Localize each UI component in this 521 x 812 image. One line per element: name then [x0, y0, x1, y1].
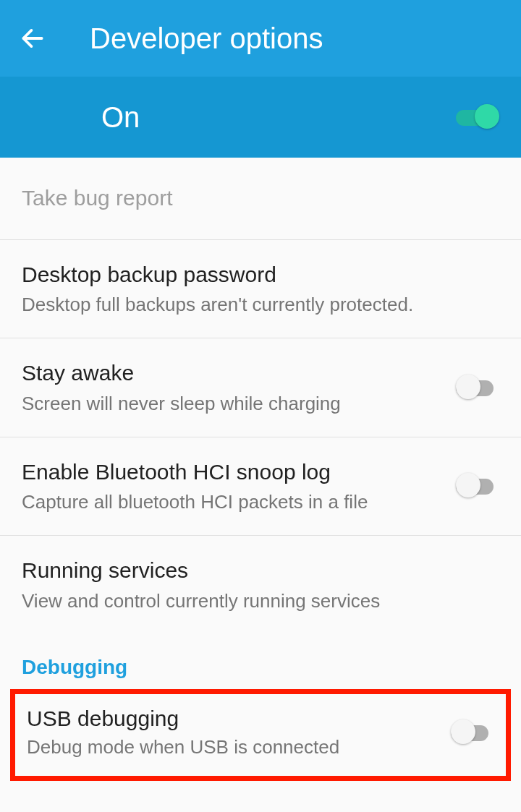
page-title: Developer options: [90, 22, 323, 55]
item-title: Running services: [22, 556, 499, 586]
appbar: Developer options: [0, 0, 521, 77]
master-toggle[interactable]: [456, 104, 499, 130]
section-header-debugging: Debugging: [0, 634, 521, 689]
item-usb-debugging[interactable]: USB debugging Debug mode when USB is con…: [10, 689, 511, 782]
item-title: Stay awake: [22, 359, 456, 388]
usb-debugging-toggle[interactable]: [451, 719, 494, 745]
bluetooth-hci-toggle[interactable]: [456, 473, 499, 499]
stay-awake-toggle[interactable]: [456, 375, 499, 401]
item-subtitle: Debug mode when USB is connected: [27, 735, 451, 760]
item-title: Desktop backup password: [22, 260, 499, 290]
master-toggle-label: On: [101, 101, 456, 134]
item-bluetooth-hci-snoop-log[interactable]: Enable Bluetooth HCI snoop log Capture a…: [0, 437, 521, 537]
item-subtitle: Screen will never sleep while charging: [22, 391, 456, 416]
master-toggle-row[interactable]: On: [0, 77, 521, 158]
settings-list: Take bug report Desktop backup password …: [0, 158, 521, 781]
item-title: Take bug report: [22, 184, 499, 213]
item-subtitle: View and control currently running servi…: [22, 589, 499, 614]
item-stay-awake[interactable]: Stay awake Screen will never sleep while…: [0, 338, 521, 437]
item-running-services[interactable]: Running services View and control curren…: [0, 536, 521, 634]
item-subtitle: Desktop full backups aren't currently pr…: [22, 292, 499, 317]
item-title: Enable Bluetooth HCI snoop log: [22, 458, 456, 487]
item-subtitle: Capture all bluetooth HCI packets in a f…: [22, 490, 456, 515]
item-desktop-backup-password[interactable]: Desktop backup password Desktop full bac…: [0, 240, 521, 339]
item-take-bug-report[interactable]: Take bug report: [0, 158, 521, 240]
back-icon[interactable]: [14, 20, 51, 56]
item-title: USB debugging: [27, 704, 451, 734]
